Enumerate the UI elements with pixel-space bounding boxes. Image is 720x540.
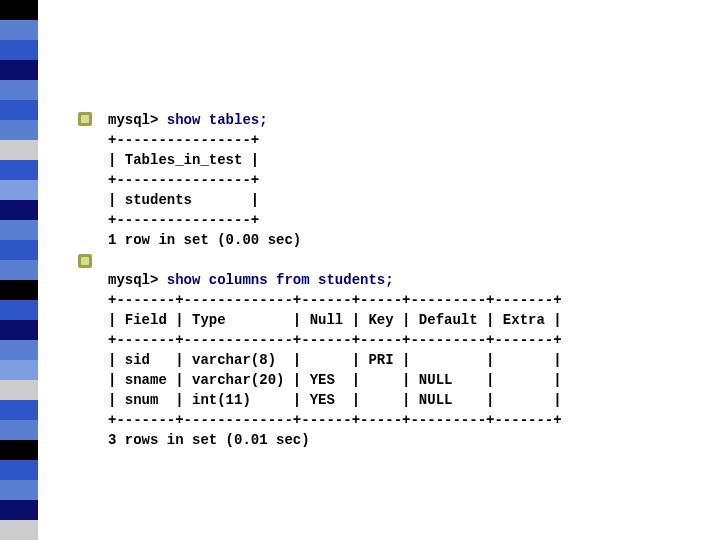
- table-row: | sid | varchar(8) | | PRI | | |: [108, 352, 562, 368]
- bullet-icon: [78, 254, 92, 268]
- table-header: | Tables_in_test |: [108, 152, 259, 168]
- terminal-output: mysql> show tables; +----------------+ |…: [108, 110, 562, 450]
- stripe: [0, 20, 38, 40]
- stripe: [0, 420, 38, 440]
- stripe: [0, 460, 38, 480]
- sql-command: show columns from students;: [167, 272, 394, 288]
- stripe: [0, 380, 38, 400]
- stripe: [0, 440, 38, 460]
- table-row: | sname | varchar(20) | YES | | NULL | |: [108, 372, 562, 388]
- table-border: +----------------+: [108, 172, 259, 188]
- stripe: [0, 200, 38, 220]
- stripe: [0, 340, 38, 360]
- stripe: [0, 180, 38, 200]
- stripe: [0, 140, 38, 160]
- stripe: [0, 100, 38, 120]
- stripe: [0, 60, 38, 80]
- stripe: [0, 520, 38, 540]
- stripe: [0, 80, 38, 100]
- stripe: [0, 160, 38, 180]
- result-footer: 1 row in set (0.00 sec): [108, 232, 301, 248]
- table-border: +-------+-------------+------+-----+----…: [108, 412, 562, 428]
- stripe: [0, 320, 38, 340]
- stripe: [0, 220, 38, 240]
- stripe: [0, 240, 38, 260]
- stripe: [0, 280, 38, 300]
- mysql-prompt: mysql>: [108, 112, 167, 128]
- table-row: | snum | int(11) | YES | | NULL | |: [108, 392, 562, 408]
- table-header: | Field | Type | Null | Key | Default | …: [108, 312, 562, 328]
- table-row: | students |: [108, 192, 259, 208]
- stripe: [0, 0, 38, 20]
- stripe: [0, 400, 38, 420]
- stripe: [0, 500, 38, 520]
- stripe: [0, 360, 38, 380]
- stripe: [0, 260, 38, 280]
- table-border: +-------+-------------+------+-----+----…: [108, 292, 562, 308]
- stripe: [0, 300, 38, 320]
- stripe: [0, 40, 38, 60]
- table-border: +----------------+: [108, 212, 259, 228]
- sql-command: show tables;: [167, 112, 268, 128]
- table-border: +-------+-------------+------+-----+----…: [108, 332, 562, 348]
- stripe: [0, 120, 38, 140]
- mysql-prompt: mysql>: [108, 272, 167, 288]
- stripe: [0, 480, 38, 500]
- result-footer: 3 rows in set (0.01 sec): [108, 432, 310, 448]
- slide: mysql> show tables; +----------------+ |…: [0, 0, 720, 540]
- bullet-icon: [78, 112, 92, 126]
- decorative-stripes: [0, 0, 38, 540]
- table-border: +----------------+: [108, 132, 259, 148]
